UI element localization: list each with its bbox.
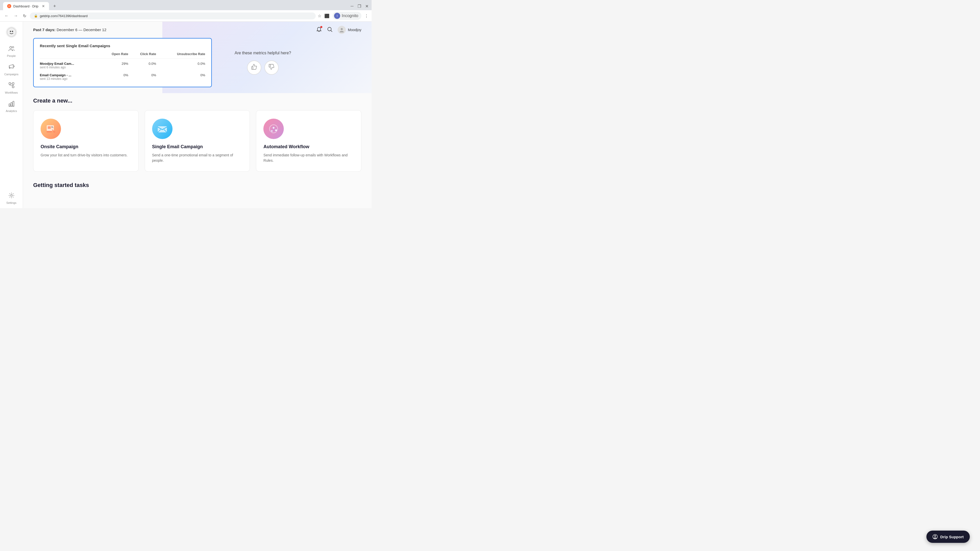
campaign-name-2: Email Campaign - ... xyxy=(40,73,100,77)
getting-started-title: Getting started tasks xyxy=(33,182,361,189)
svg-rect-20 xyxy=(51,126,53,127)
svg-point-27 xyxy=(275,129,277,132)
back-button[interactable]: ← xyxy=(3,13,10,19)
svg-point-23 xyxy=(53,131,56,133)
email-icon-wrapper xyxy=(152,119,172,139)
svg-point-0 xyxy=(7,28,16,37)
search-button[interactable] xyxy=(327,27,332,33)
menu-icon[interactable]: ⋮ xyxy=(364,14,369,18)
sidebar: People Campaigns xyxy=(0,22,23,208)
sidebar-item-workflows[interactable]: Workflows xyxy=(2,79,21,97)
campaign-open-rate-2: 0% xyxy=(100,70,128,82)
extensions-icon[interactable]: ⬛ xyxy=(325,14,329,18)
campaign-info: Moodjoy Email Cam... sent 6 minutes ago xyxy=(40,59,100,70)
svg-point-12 xyxy=(11,195,12,197)
email-campaign-title: Single Email Campaign xyxy=(152,144,243,149)
close-button[interactable]: ✕ xyxy=(365,4,369,9)
sidebar-item-people[interactable]: People xyxy=(2,43,21,60)
sidebar-item-analytics-label: Analytics xyxy=(6,110,17,113)
forward-button[interactable]: → xyxy=(12,13,19,19)
campaigns-table-title: Recently sent Single Email Campaigns xyxy=(40,44,205,48)
sidebar-item-people-label: People xyxy=(7,54,16,57)
app-layout: People Campaigns xyxy=(0,22,372,208)
create-section-title: Create a new... xyxy=(33,97,361,104)
svg-point-2 xyxy=(12,31,13,32)
address-text: getdrip.com/7641396/dashboard xyxy=(40,14,88,18)
svg-rect-28 xyxy=(271,130,273,132)
new-tab-button[interactable]: + xyxy=(51,3,58,10)
sidebar-item-workflows-label: Workflows xyxy=(5,91,18,94)
sidebar-logo[interactable] xyxy=(5,26,18,38)
sidebar-item-settings[interactable]: Settings xyxy=(2,189,21,207)
workflow-icon-wrapper xyxy=(263,119,284,139)
thumbs-up-button[interactable] xyxy=(247,60,261,75)
metrics-feedback: Are these metrics helpful here? xyxy=(222,38,304,87)
create-card-onsite[interactable]: Onsite Campaign Grow your list and turn … xyxy=(33,110,138,171)
bookmark-icon[interactable]: ☆ xyxy=(318,14,321,18)
lock-icon: 🔒 xyxy=(34,14,38,17)
svg-rect-19 xyxy=(48,126,51,129)
sidebar-bottom: Settings xyxy=(2,189,21,207)
browser-chrome: D Dashboard · Drip ✕ + ─ ❐ ✕ ← → ↻ 🔒 get… xyxy=(0,0,372,22)
campaigns-icon xyxy=(8,64,15,72)
email-campaign-description: Send a one-time promotional email to a s… xyxy=(152,152,243,163)
create-card-email[interactable]: Single Email Campaign Send a one-time pr… xyxy=(145,110,250,171)
svg-rect-8 xyxy=(12,86,14,88)
campaigns-table-header: Open Rate Click Rate Unsubscribe Rate xyxy=(40,52,205,59)
getting-started-section: Getting started tasks xyxy=(33,182,361,189)
profile-button[interactable]: I Incognito xyxy=(332,12,361,20)
svg-point-5 xyxy=(13,66,14,67)
date-label: Past 7 days: December 6 — December 12 xyxy=(33,27,107,32)
title-bar: D Dashboard · Drip ✕ + ─ ❐ ✕ xyxy=(0,0,372,10)
profile-label: Incognito xyxy=(342,14,358,18)
campaign-click-rate-2: 0% xyxy=(128,70,156,82)
campaign-name-1: Moodjoy Email Cam... xyxy=(40,62,100,65)
sidebar-item-campaigns[interactable]: Campaigns xyxy=(2,61,21,78)
workflow-title: Automated Workflow xyxy=(263,144,354,149)
campaigns-section: Recently sent Single Email Campaigns Ope… xyxy=(33,38,361,87)
svg-point-15 xyxy=(341,28,343,30)
col-open-rate: Open Rate xyxy=(100,52,128,59)
svg-rect-9 xyxy=(9,104,10,106)
notifications-button[interactable] xyxy=(316,27,322,33)
header-actions: Moodjoy xyxy=(316,26,361,34)
workflow-description: Send immediate follow-up emails with Wor… xyxy=(263,152,354,163)
svg-rect-11 xyxy=(13,101,14,106)
thumbs-up-icon xyxy=(251,64,258,72)
svg-rect-7 xyxy=(12,83,14,84)
user-profile-button[interactable]: Moodjoy xyxy=(338,26,361,34)
campaign-open-rate-1: 29% xyxy=(100,59,128,70)
people-icon xyxy=(8,45,15,53)
thumbs-down-button[interactable] xyxy=(264,60,279,75)
create-cards: Onsite Campaign Grow your list and turn … xyxy=(33,110,361,171)
address-bar[interactable]: 🔒 getdrip.com/7641396/dashboard xyxy=(30,13,316,19)
onsite-campaign-title: Onsite Campaign xyxy=(41,144,131,149)
main-content: Past 7 days: December 6 — December 12 xyxy=(23,22,372,208)
col-click-rate: Click Rate xyxy=(128,52,156,59)
restore-button[interactable]: ❐ xyxy=(358,4,361,9)
svg-point-4 xyxy=(12,46,14,48)
sidebar-item-analytics[interactable]: Analytics xyxy=(2,98,21,115)
table-row: Moodjoy Email Cam... sent 6 minutes ago … xyxy=(40,59,205,70)
svg-point-1 xyxy=(10,31,11,32)
create-card-workflow[interactable]: Automated Workflow Send immediate follow… xyxy=(256,110,361,171)
reload-button[interactable]: ↻ xyxy=(21,13,28,19)
col-campaign xyxy=(40,52,100,59)
minimize-button[interactable]: ─ xyxy=(351,4,353,8)
tab-close-button[interactable]: ✕ xyxy=(42,4,45,8)
svg-rect-6 xyxy=(9,83,11,84)
col-unsubscribe-rate: Unsubscribe Rate xyxy=(156,52,205,59)
active-tab[interactable]: D Dashboard · Drip ✕ xyxy=(3,2,49,10)
page-header: Past 7 days: December 6 — December 12 xyxy=(23,22,372,38)
onsite-icon-wrapper xyxy=(41,119,61,139)
nav-right-actions: ☆ ⬛ I Incognito ⋮ xyxy=(318,12,369,20)
workflows-icon xyxy=(8,82,15,90)
campaigns-table-wrapper: Recently sent Single Email Campaigns Ope… xyxy=(33,38,212,87)
nav-bar: ← → ↻ 🔒 getdrip.com/7641396/dashboard ☆ … xyxy=(0,10,372,22)
campaign-info-2: Email Campaign - ... sent 13 minutes ago xyxy=(40,70,100,82)
feedback-buttons xyxy=(247,60,279,75)
table-row: Email Campaign - ... sent 13 minutes ago… xyxy=(40,70,205,82)
svg-point-3 xyxy=(10,46,12,48)
metrics-question: Are these metrics helpful here? xyxy=(234,51,291,56)
campaign-click-rate-1: 0.0% xyxy=(128,59,156,70)
